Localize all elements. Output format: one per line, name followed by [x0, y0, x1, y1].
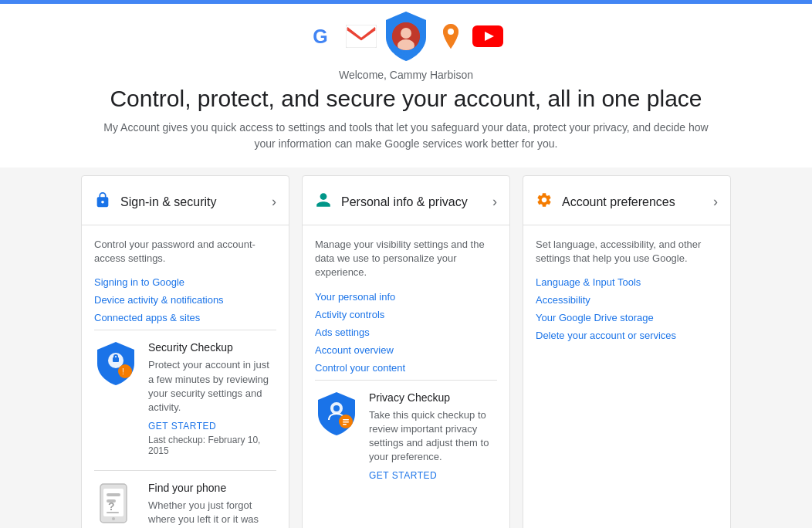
svg-rect-24 [343, 421, 349, 423]
gear-icon [536, 191, 553, 212]
svg-rect-20 [107, 512, 119, 513]
link-activity-controls[interactable]: Activity controls [315, 309, 497, 320]
svg-rect-23 [343, 419, 349, 421]
link-drive-storage[interactable]: Your Google Drive storage [536, 312, 718, 323]
card-personal-privacy-title: Personal info & privacy [341, 195, 492, 209]
user-avatar [392, 22, 420, 50]
security-checkup-content: Security Checkup Protect your account in… [148, 341, 276, 456]
link-connected-apps[interactable]: Connected apps & sites [94, 312, 276, 323]
security-checkup-title: Security Checkup [148, 341, 276, 354]
svg-text:?: ? [108, 500, 115, 513]
gmail-icon [346, 21, 377, 52]
app-icons-row: G [309, 13, 503, 59]
maps-icon [435, 21, 466, 52]
welcome-text: Welcome, Cammy Harbison [339, 69, 473, 81]
chevron-right-icon-1: › [272, 194, 276, 210]
privacy-checkup-icon [315, 391, 358, 435]
find-phone-desc: Whether you just forgot where you left i… [148, 499, 276, 528]
svg-rect-2 [347, 28, 375, 45]
security-checkup-icon: ! [94, 341, 137, 384]
security-checkup-desc: Protect your account in just a few minut… [148, 358, 276, 415]
svg-point-16 [112, 517, 115, 520]
card-personal-privacy-header[interactable]: Personal info & privacy › [303, 176, 509, 225]
svg-rect-17 [107, 493, 120, 496]
link-language[interactable]: Language & Input Tools [536, 276, 718, 288]
chevron-right-icon-2: › [492, 194, 497, 210]
link-delete-account[interactable]: Delete your account or services [536, 330, 718, 341]
security-checkup-cta[interactable]: GET STARTED [148, 421, 276, 432]
svg-point-12 [118, 364, 132, 378]
security-checkup-date: Last checkup: February 10, 2015 [148, 435, 276, 456]
youtube-icon [472, 21, 503, 52]
card-account-preferences-body: Set language, accessibility, and other s… [523, 225, 730, 528]
card-personal-privacy-desc: Manage your visibility settings and the … [315, 238, 497, 280]
svg-rect-25 [343, 424, 347, 425]
lock-icon [94, 191, 111, 212]
svg-text:G: G [313, 25, 327, 47]
page-subtitle: My Account gives you quick access to set… [101, 120, 711, 152]
link-personal-info[interactable]: Your personal info [315, 291, 497, 303]
card-account-preferences-desc: Set language, accessibility, and other s… [536, 238, 718, 266]
find-phone-title: Find your phone [148, 482, 276, 494]
page-title: Control, protect, and secure your accoun… [110, 86, 702, 112]
google-g-icon: G [309, 21, 340, 52]
card-signin-security-header[interactable]: Sign-in & security › [82, 176, 289, 225]
privacy-checkup-content: Privacy Checkup Take this quick checkup … [369, 391, 497, 482]
link-account-overview[interactable]: Account overview [315, 344, 497, 356]
link-device-activity[interactable]: Device activity & notifications [94, 294, 276, 306]
card-personal-privacy-body: Manage your visibility settings and the … [303, 225, 509, 528]
svg-point-6 [448, 29, 454, 35]
header: G [0, 4, 812, 168]
link-control-content[interactable]: Control your content [315, 362, 497, 374]
card-signin-security-desc: Control your password and account-access… [94, 238, 276, 266]
privacy-checkup-block: Privacy Checkup Take this quick checkup … [315, 380, 497, 489]
person-icon [315, 191, 332, 212]
find-phone-icon: ? [94, 482, 137, 525]
privacy-checkup-cta[interactable]: GET STARTED [369, 470, 497, 481]
privacy-checkup-desc: Take this quick checkup to review import… [369, 408, 497, 465]
card-account-preferences-title: Account preferences [562, 195, 713, 209]
card-signin-security-title: Sign-in & security [120, 195, 272, 209]
find-phone-content: Find your phone Whether you just forgot … [148, 482, 276, 528]
link-accessibility[interactable]: Accessibility [536, 294, 718, 306]
card-account-preferences: Account preferences › Set language, acce… [523, 175, 731, 528]
chevron-right-icon-3: › [713, 194, 718, 210]
card-personal-privacy: Personal info & privacy › Manage your vi… [302, 175, 510, 528]
svg-text:!: ! [122, 367, 124, 376]
link-ads-settings[interactable]: Ads settings [315, 327, 497, 338]
cards-row: Sign-in & security › Control your passwo… [0, 175, 812, 528]
svg-point-4 [401, 28, 411, 39]
account-shield [383, 13, 429, 59]
card-account-preferences-header[interactable]: Account preferences › [523, 176, 730, 225]
find-phone-block: ? Find your phone Whether you just forgo… [94, 470, 276, 528]
card-signin-security-body: Control your password and account-access… [82, 225, 289, 528]
security-checkup-block: ! Security Checkup Protect your account … [94, 330, 276, 464]
link-signing-in[interactable]: Signing in to Google [94, 276, 276, 288]
card-signin-security: Sign-in & security › Control your passwo… [81, 175, 289, 528]
privacy-checkup-title: Privacy Checkup [369, 391, 497, 404]
